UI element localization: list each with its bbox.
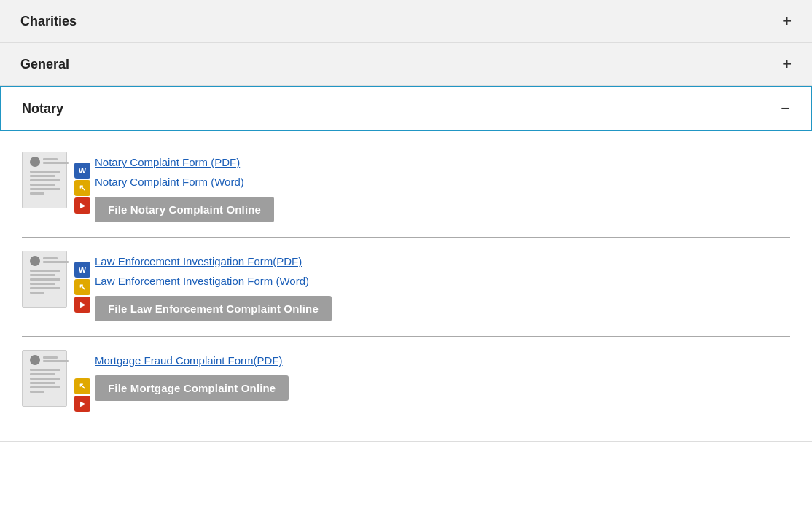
doc-line [30,192,44,195]
general-header[interactable]: General + [0,43,812,85]
doc-line [30,270,60,272]
doc-line [30,188,60,190]
doc-line [43,356,58,359]
law-enforcement-complaint-group: Law Enforcement Investigation Form(PDF) … [22,238,790,337]
pdf-badge [74,297,90,313]
law-enforcement-pdf-link[interactable]: Law Enforcement Investigation Form(PDF) [95,254,332,269]
general-expand-icon: + [782,56,792,72]
general-section: General + [0,43,812,86]
doc-line [30,386,60,388]
badge-stack-notary [74,163,90,214]
cursor-badge [74,180,90,196]
charities-expand-icon: + [782,13,792,29]
doc-line [30,179,60,181]
mortgage-fraud-complaint-group: Mortgage Fraud Complaint Form(PDF) File … [22,337,790,426]
cursor-badge [74,378,90,394]
doc-line [30,171,60,173]
file-mortgage-button[interactable]: File Mortgage Complaint Online [95,375,289,401]
charities-title: Charities [20,14,77,29]
doc-avatar-law [30,256,40,266]
notary-section: Notary − [0,86,812,442]
doc-line [30,278,60,281]
cursor-badge [74,279,90,295]
law-enforcement-word-link[interactable]: Law Enforcement Investigation Form (Word… [95,273,332,289]
doc-line [30,287,60,289]
file-notary-complaint-button[interactable]: File Notary Complaint Online [95,197,274,222]
law-enforcement-doc-icon [22,251,80,313]
notary-collapse-icon: − [781,101,790,117]
word-badge [74,163,90,179]
doc-avatar-notary [30,157,40,167]
badge-stack-mortgage [74,378,90,412]
doc-line [30,378,60,380]
notary-header[interactable]: Notary − [0,86,812,131]
doc-line [43,158,58,160]
doc-line [43,261,69,263]
doc-base-law [22,251,67,308]
notary-complaint-group: Notary Complaint Form (PDF) Notary Compl… [22,138,790,238]
doc-line [43,162,69,164]
word-badge [74,262,90,278]
doc-line [30,373,55,375]
charities-section: Charities + [0,0,812,43]
charities-header[interactable]: Charities + [0,0,812,42]
doc-line [30,292,44,294]
notary-word-link[interactable]: Notary Complaint Form (Word) [95,174,274,189]
file-law-enforcement-button[interactable]: File Law Enforcement Complaint Online [95,296,332,321]
doc-line [30,391,44,393]
doc-base-mortgage [22,350,67,407]
mortgage-pdf-link[interactable]: Mortgage Fraud Complaint Form(PDF) [95,353,289,368]
doc-line [30,184,55,186]
pdf-badge [74,396,90,412]
doc-line [43,257,58,259]
doc-base-notary [22,152,67,208]
doc-line [30,175,55,177]
mortgage-links-container: Mortgage Fraud Complaint Form(PDF) File … [95,350,289,401]
badge-stack-law [74,262,90,313]
doc-line [30,369,60,371]
notary-content: Notary Complaint Form (PDF) Notary Compl… [0,131,812,441]
law-enforcement-links-container: Law Enforcement Investigation Form(PDF) … [95,251,332,321]
doc-line [30,283,55,285]
general-title: General [20,57,69,72]
doc-line [30,274,55,276]
mortgage-doc-icon [22,350,80,412]
doc-line [43,360,69,362]
doc-avatar-mortgage [30,355,40,365]
pdf-badge [74,197,90,214]
notary-pdf-link[interactable]: Notary Complaint Form (PDF) [95,154,274,170]
notary-links-container: Notary Complaint Form (PDF) Notary Compl… [95,152,274,222]
notary-title: Notary [22,101,63,117]
notary-doc-icon [22,152,80,214]
doc-line [30,382,55,384]
